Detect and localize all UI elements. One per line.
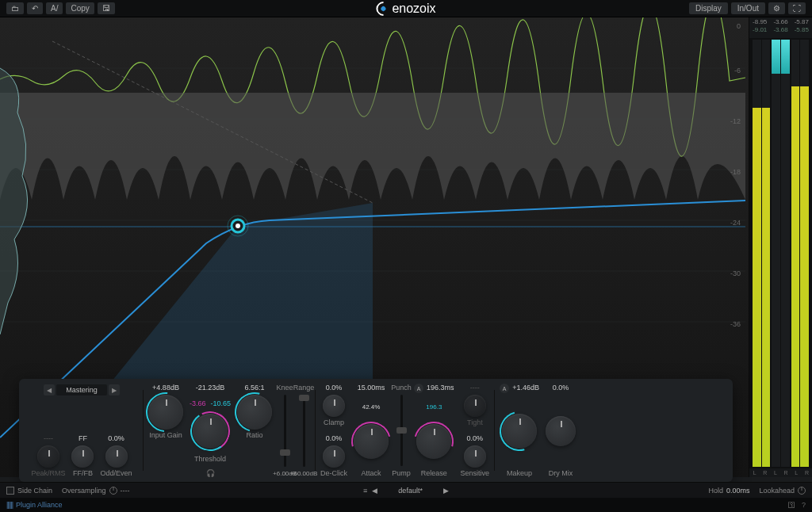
controls-panel: ◀ Mastering ▶ ---- Peak/RMS FF FF/FB 0.0… bbox=[19, 379, 733, 482]
preset-menu-icon[interactable]: ≡ bbox=[363, 487, 367, 495]
pa-label: Plugin Alliance bbox=[16, 501, 63, 509]
attack-value: 15.00ms bbox=[358, 384, 385, 393]
makeup-knob[interactable] bbox=[502, 414, 537, 449]
meter-out-l bbox=[791, 40, 800, 467]
meter-gr-r bbox=[781, 40, 790, 467]
input-gain-label: Input Gain bbox=[149, 431, 182, 439]
clamp-value: 0.0% bbox=[326, 384, 343, 393]
release-knob[interactable] bbox=[416, 424, 451, 459]
save-button[interactable]: 🖫 bbox=[98, 2, 115, 14]
knee-slider[interactable]: Knee +6.00dB bbox=[275, 384, 294, 477]
tight-value: ---- bbox=[470, 384, 480, 393]
odd-even-knob[interactable] bbox=[105, 445, 128, 468]
makeup-value: +1.46dB bbox=[512, 384, 539, 393]
top-toolbar: 🗀 ↶ A/ Copy 🖫 enozoix Display In/Out ⚙ ⛶ bbox=[0, 0, 812, 17]
copy-button[interactable]: Copy bbox=[66, 2, 94, 14]
sidechain-toggle[interactable] bbox=[6, 487, 14, 495]
declick-label: De-Click bbox=[320, 469, 347, 477]
undo-button[interactable]: ↶ bbox=[27, 2, 43, 14]
settings-button[interactable]: ⚙ bbox=[768, 2, 785, 14]
threshold-knob[interactable] bbox=[193, 414, 228, 449]
odd-value: 0.0% bbox=[108, 434, 124, 444]
preset-next[interactable]: ▶ bbox=[109, 384, 120, 395]
pump-slider[interactable]: Punch Pump bbox=[392, 384, 411, 477]
solo-icon[interactable]: 🎧 bbox=[206, 469, 215, 477]
declick-knob[interactable] bbox=[323, 445, 345, 468]
sensitive-knob[interactable] bbox=[464, 445, 486, 468]
meter-in-l bbox=[753, 40, 761, 467]
auto-release[interactable]: A bbox=[414, 384, 423, 393]
attack-knob[interactable] bbox=[354, 424, 389, 459]
peak-value: ---- bbox=[44, 434, 53, 444]
peak-rms-knob[interactable] bbox=[37, 445, 59, 468]
preset-prev-bottom[interactable]: ◀ bbox=[372, 487, 377, 495]
preset-next-bottom[interactable]: ▶ bbox=[443, 487, 449, 495]
ratio-label: Ratio bbox=[247, 431, 263, 439]
clamp-label: Clamp bbox=[324, 418, 344, 426]
range-slider[interactable]: Range +60.00dB bbox=[294, 384, 313, 477]
expand-icon: ⛶ bbox=[793, 4, 801, 13]
release-label: Release bbox=[421, 469, 447, 477]
ab-toggle[interactable]: A/ bbox=[46, 2, 63, 14]
bottom-bar: Side Chain Oversampling---- ≡ ◀ default*… bbox=[0, 482, 812, 498]
tight-label: Tight bbox=[467, 418, 483, 426]
declick-value: 0.0% bbox=[326, 434, 343, 444]
key-icon[interactable]: ⚿ bbox=[788, 501, 795, 509]
brand-logo: enozoix bbox=[376, 2, 435, 16]
expand-button[interactable]: ⛶ bbox=[788, 2, 806, 14]
lookahead-toggle[interactable] bbox=[798, 487, 806, 495]
auto-makeup[interactable]: A bbox=[500, 384, 509, 393]
preset-name[interactable]: Mastering bbox=[56, 384, 107, 395]
threshold-label: Threshold bbox=[194, 455, 226, 463]
gain-reduction-readout: -3.66 -10.65 bbox=[190, 399, 231, 407]
folder-button[interactable]: 🗀 bbox=[6, 2, 24, 14]
threshold-value: -21.23dB bbox=[196, 384, 225, 393]
display-dropdown[interactable]: Display bbox=[689, 2, 728, 14]
ff-value: FF bbox=[79, 434, 87, 444]
drymix-knob[interactable] bbox=[546, 416, 576, 446]
drymix-value: 0.0% bbox=[553, 384, 569, 393]
meter-out-r bbox=[800, 40, 809, 467]
meter-readouts: -8.95-9.01 -3.66-3.68 -5.87-5.85 bbox=[749, 17, 812, 38]
attack-label: Attack bbox=[362, 469, 381, 477]
clamp-knob[interactable] bbox=[323, 395, 345, 417]
meter-in-r bbox=[762, 40, 771, 467]
help-button[interactable]: ? bbox=[802, 501, 806, 509]
release-value: 196.3ms bbox=[427, 384, 454, 393]
logo-icon bbox=[373, 0, 393, 18]
level-meters: -8.95-9.01 -3.66-3.68 -5.87-5.85 LR LR L… bbox=[749, 17, 812, 477]
ratio-knob[interactable] bbox=[237, 395, 272, 430]
plugin-alliance-bar: |||||| Plugin Alliance ⚿ ? bbox=[0, 498, 812, 512]
odd-label: Odd/Even bbox=[100, 469, 132, 477]
gear-icon: ⚙ bbox=[773, 4, 780, 13]
pa-logo-icon: |||||| bbox=[6, 501, 13, 509]
input-gain-knob[interactable] bbox=[148, 395, 183, 430]
oversampling-toggle[interactable] bbox=[109, 487, 117, 495]
sensitive-label: Sensitive bbox=[461, 469, 490, 477]
ff-label: FF/FB bbox=[73, 469, 93, 477]
preset-prev[interactable]: ◀ bbox=[44, 384, 55, 395]
preset-display[interactable]: default* bbox=[382, 487, 439, 495]
ff-fb-knob[interactable] bbox=[71, 445, 94, 468]
svg-point-11 bbox=[236, 224, 240, 228]
drymix-label: Dry Mix bbox=[549, 469, 573, 477]
folder-icon: 🗀 bbox=[11, 4, 19, 13]
makeup-label: Makeup bbox=[507, 469, 532, 477]
sensitive-value: 0.0% bbox=[467, 434, 484, 444]
inout-dropdown[interactable]: In/Out bbox=[731, 2, 765, 14]
meter-gr-l bbox=[772, 40, 780, 467]
attack-pct: 42.4% bbox=[362, 403, 381, 413]
peak-label: Peak/RMS bbox=[31, 469, 65, 477]
release-readout: 196.3 bbox=[426, 403, 442, 413]
tight-knob[interactable] bbox=[464, 395, 486, 417]
